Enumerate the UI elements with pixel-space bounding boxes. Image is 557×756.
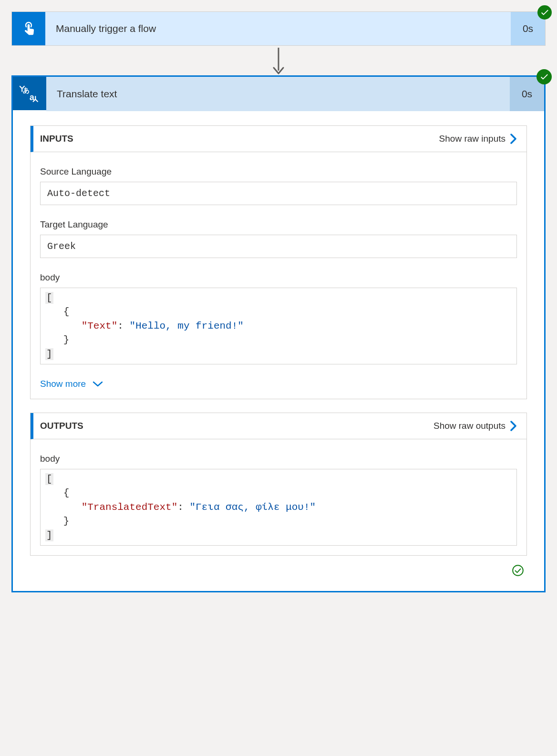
- arrow-connector-icon: [11, 46, 546, 75]
- source-language-field: Source Language Auto-detect: [40, 166, 517, 205]
- show-more-label: Show more: [40, 379, 86, 389]
- outputs-title: OUTPUTS: [33, 421, 83, 431]
- input-body-field: body [ { "Text": "Hello, my friend!" } ]: [40, 272, 517, 364]
- target-language-label: Target Language: [40, 219, 517, 230]
- inputs-section: INPUTS Show raw inputs Source Language A…: [30, 125, 527, 399]
- action-card: あ a Translate text 0s INPUTS Show raw in…: [11, 75, 546, 592]
- svg-text:あ: あ: [23, 86, 30, 94]
- input-body-json[interactable]: [ { "Text": "Hello, my friend!" } ]: [40, 288, 517, 364]
- touch-icon: [12, 12, 45, 45]
- outputs-section: OUTPUTS Show raw outputs body [ { "Trans…: [30, 413, 527, 556]
- output-body-field: body [ { "TranslatedText": "Γεια σας, φί…: [40, 454, 517, 546]
- target-language-field: Target Language Greek: [40, 219, 517, 258]
- inputs-title: INPUTS: [33, 134, 73, 144]
- show-raw-outputs-link[interactable]: Show raw outputs: [433, 421, 517, 431]
- action-title: Translate text: [46, 77, 510, 111]
- inputs-section-content: Source Language Auto-detect Target Langu…: [31, 152, 526, 399]
- success-badge-icon: [537, 5, 552, 20]
- success-outline-icon: [512, 564, 524, 577]
- footer-status: [30, 561, 527, 580]
- source-language-label: Source Language: [40, 166, 517, 177]
- output-body-label: body: [40, 454, 517, 464]
- chevron-right-icon: [510, 134, 517, 144]
- trigger-title: Manually trigger a flow: [45, 12, 511, 45]
- success-badge-icon: [536, 69, 552, 84]
- translate-icon: あ a: [13, 77, 46, 110]
- target-language-value[interactable]: Greek: [40, 235, 517, 258]
- inputs-section-header: INPUTS Show raw inputs: [31, 126, 526, 152]
- action-card-header[interactable]: あ a Translate text 0s: [13, 77, 544, 111]
- chevron-right-icon: [510, 421, 517, 431]
- input-body-label: body: [40, 272, 517, 283]
- chevron-down-icon: [93, 381, 103, 387]
- output-body-json[interactable]: [ { "TranslatedText": "Γεια σας, φίλε μο…: [40, 469, 517, 546]
- show-raw-inputs-link[interactable]: Show raw inputs: [439, 134, 517, 144]
- show-more-link[interactable]: Show more: [40, 379, 517, 389]
- action-card-body: INPUTS Show raw inputs Source Language A…: [13, 111, 544, 591]
- outputs-section-content: body [ { "TranslatedText": "Γεια σας, φί…: [31, 439, 526, 555]
- svg-point-3: [513, 565, 523, 576]
- outputs-section-header: OUTPUTS Show raw outputs: [31, 413, 526, 439]
- show-raw-inputs-label: Show raw inputs: [439, 134, 505, 144]
- show-raw-outputs-label: Show raw outputs: [433, 421, 505, 431]
- trigger-card[interactable]: Manually trigger a flow 0s: [11, 11, 546, 46]
- source-language-value[interactable]: Auto-detect: [40, 182, 517, 205]
- trigger-card-header: Manually trigger a flow 0s: [12, 12, 545, 45]
